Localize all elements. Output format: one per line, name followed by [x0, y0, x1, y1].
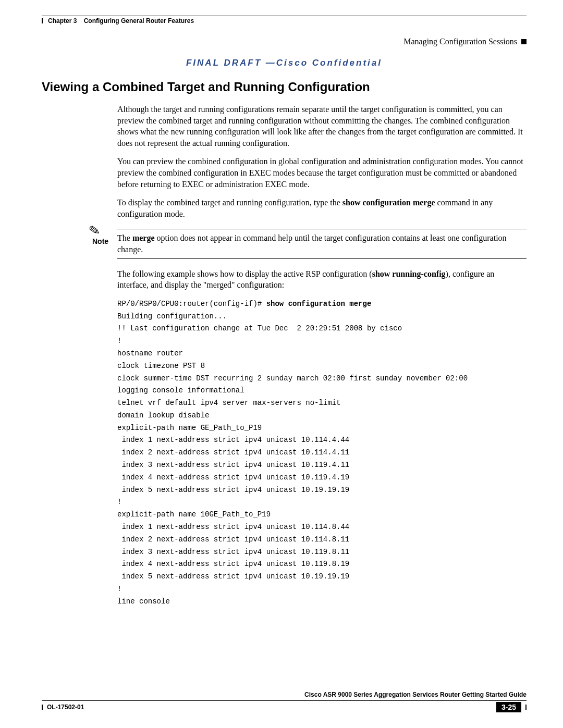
header-left: Chapter 3 Configuring General Router Fea… — [42, 17, 194, 24]
section-marker-icon — [521, 39, 527, 44]
confidential-banner: FINAL DRAFT —Cisco Confidential — [42, 58, 527, 68]
note-text: The merge option does not appear in comm… — [117, 232, 527, 255]
section-title: Managing Configuration Sessions — [403, 37, 517, 46]
note-label: Note — [92, 237, 108, 245]
page-number: 3-25 — [496, 702, 521, 712]
chapter-number: Chapter 3 — [48, 17, 77, 24]
cmd-inline: show configuration merge — [342, 198, 435, 207]
page-heading: Viewing a Combined Target and Running Co… — [42, 80, 527, 94]
code-example: RP/0/RSP0/CPU0:router(config-if)# show c… — [117, 298, 527, 608]
example-intro: The following example shows how to displ… — [117, 268, 527, 291]
footer-docid: OL-17502-01 — [47, 704, 84, 711]
footer-book-title: Cisco ASR 9000 Series Aggregation Servic… — [42, 691, 527, 698]
intro-paragraph-2: You can preview the combined configurati… — [117, 156, 527, 190]
chapter-title: Configuring General Router Features — [84, 17, 194, 24]
intro-paragraph-1: Although the target and running configur… — [117, 104, 527, 149]
cli-prompt: RP/0/RSP0/CPU0:router(config-if)# — [117, 300, 266, 308]
intro-paragraph-3: To display the combined target and runni… — [117, 197, 527, 219]
cli-command: show configuration merge — [266, 300, 372, 308]
note-block: ✎ Note The merge option does not appear … — [117, 229, 527, 258]
page-footer: Cisco ASR 9000 Series Aggregation Servic… — [42, 691, 527, 712]
code-output: Building configuration... !! Last config… — [117, 312, 468, 606]
